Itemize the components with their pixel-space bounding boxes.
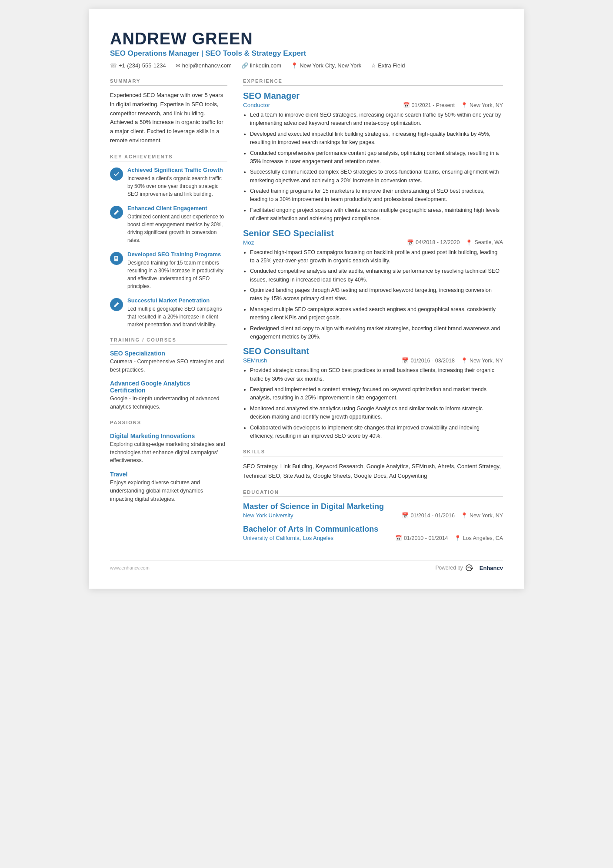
- bullet-1-2: Optimized landing pages through A/B test…: [250, 286, 503, 303]
- skills-text: SEO Strategy, Link Building, Keyword Res…: [243, 462, 503, 481]
- achievement-icon-0: [110, 168, 123, 181]
- edu-location-0: New York, NY: [470, 513, 503, 519]
- training-title-1: Advanced Google Analytics Certification: [110, 380, 227, 394]
- bullet-1-4: Redesigned client ad copy to align with …: [250, 325, 503, 342]
- job-location-1: Seattle, WA: [474, 239, 503, 245]
- job-company-1: Moz: [243, 239, 254, 246]
- phone-icon: ☏: [110, 62, 117, 69]
- achievement-item-0: Achieved Significant Traffic Growth Incr…: [110, 167, 227, 198]
- job-title-2: SEO Consultant: [243, 346, 503, 356]
- job-meta-1: 📅 04/2018 - 12/2020 📍 Seattle, WA: [407, 239, 503, 246]
- job-location-2: New York, NY: [470, 358, 503, 364]
- contact-location: 📍 New York City, New York: [291, 62, 361, 69]
- edu-school-1: University of California, Los Angeles: [243, 535, 333, 541]
- achievement-desc-1: Optimized content and user experience to…: [127, 213, 227, 244]
- achievement-item-1: Enhanced Client Engagement Optimized con…: [110, 205, 227, 244]
- skills-section-title: SKILLS: [243, 449, 503, 456]
- achievement-icon-3: [110, 298, 123, 311]
- training-desc-1: Google - In-depth understanding of advan…: [110, 395, 227, 411]
- edu-degree-0: Master of Science in Digital Marketing: [243, 502, 503, 511]
- check-icon: [113, 171, 120, 177]
- edu-date-0: 01/2014 - 01/2016: [410, 513, 454, 519]
- contact-linkedin: 🔗 linkedin.com: [241, 62, 281, 69]
- job-date-2: 01/2016 - 03/2018: [410, 358, 454, 364]
- job-location-0: New York, NY: [470, 102, 503, 108]
- bullet-0-5: Facilitated ongoing project scopes with …: [250, 206, 503, 223]
- passion-item-0: Digital Marketing Innovations Exploring …: [110, 432, 227, 465]
- summary-section-title: SUMMARY: [110, 78, 227, 86]
- main-layout: SUMMARY Experienced SEO Manager with ove…: [110, 78, 503, 547]
- training-desc-0: Coursera - Comprehensive SEO strategies …: [110, 358, 227, 374]
- experience-section-title: EXPERIENCE: [243, 78, 503, 86]
- job-company-row-1: Moz 📅 04/2018 - 12/2020 📍 Seattle, WA: [243, 239, 503, 246]
- training-item-0: SEO Specialization Coursera - Comprehens…: [110, 350, 227, 374]
- location-icon-1: 📍: [466, 239, 473, 246]
- bullet-2-2: Monitored and analyzed site analytics us…: [250, 405, 503, 422]
- job-title-1: Senior SEO Specialist: [243, 228, 503, 238]
- bullet-0-0: Led a team to improve client SEO strateg…: [250, 111, 503, 128]
- bullet-2-1: Designed and implemented a content strat…: [250, 385, 503, 402]
- contact-email: ✉ help@enhancv.com: [176, 62, 232, 69]
- passion-title-1: Travel: [110, 471, 227, 478]
- edu-item-1: Bachelor of Arts in Communications Unive…: [243, 525, 503, 541]
- achievements-section-title: KEY ACHIEVEMENTS: [110, 154, 227, 161]
- calendar-icon-2: 📅: [402, 357, 409, 364]
- edu-calendar-icon-1: 📅: [395, 535, 402, 541]
- link-icon: 🔗: [241, 62, 248, 69]
- location-icon-0: 📍: [461, 102, 468, 108]
- edu-calendar-icon-0: 📅: [402, 512, 409, 519]
- edu-location-icon-0: 📍: [461, 512, 468, 519]
- job-0: SEO Manager Conductor 📅 01/2021 - Presen…: [243, 91, 503, 223]
- training-item-1: Advanced Google Analytics Certification …: [110, 380, 227, 411]
- left-column: SUMMARY Experienced SEO Manager with ove…: [110, 78, 227, 547]
- edu-item-0: Master of Science in Digital Marketing N…: [243, 502, 503, 519]
- location-icon-2: 📍: [461, 357, 468, 364]
- brand-name: Enhancv: [480, 565, 503, 571]
- achievement-desc-2: Designed training for 15 team members re…: [127, 259, 227, 290]
- achievement-desc-0: Increased a client's organic search traf…: [127, 174, 227, 198]
- training-title-0: SEO Specialization: [110, 350, 227, 357]
- job-date-0: 01/2021 - Present: [412, 102, 455, 108]
- contact-bar: ☏ +1-(234)-555-1234 ✉ help@enhancv.com 🔗…: [110, 62, 503, 69]
- contact-extra: ☆ Extra Field: [371, 62, 405, 69]
- job-bullets-0: Led a team to improve client SEO strateg…: [250, 111, 503, 223]
- passion-title-0: Digital Marketing Innovations: [110, 432, 227, 439]
- job-title-0: SEO Manager: [243, 91, 503, 101]
- footer-brand: Powered by Enhancv: [435, 564, 503, 571]
- passion-desc-0: Exploring cutting-edge marketing strateg…: [110, 440, 227, 465]
- resume-page: ANDREW GREEN SEO Operations Manager | SE…: [89, 9, 524, 589]
- calendar-icon-1: 📅: [407, 239, 414, 246]
- bullet-2-3: Collaborated with developers to implemen…: [250, 424, 503, 441]
- candidate-name: ANDREW GREEN: [110, 30, 503, 48]
- achievement-desc-3: Led multiple geographic SEO campaigns th…: [127, 305, 227, 328]
- edu-row-1: University of California, Los Angeles 📅 …: [243, 535, 503, 541]
- right-column: EXPERIENCE SEO Manager Conductor 📅 01/20…: [243, 78, 503, 547]
- book-icon: [113, 255, 120, 261]
- pencil-icon: [113, 209, 120, 215]
- bullet-1-3: Managed multiple SEO campaigns across va…: [250, 305, 503, 322]
- achievement-icon-2: [110, 252, 123, 265]
- edu-school-0: New York University: [243, 512, 293, 519]
- bullet-2-0: Provided strategic consulting on SEO bes…: [250, 366, 503, 383]
- achievement-title-0: Achieved Significant Traffic Growth: [127, 167, 227, 173]
- bullet-0-1: Developed and executed impactful link bu…: [250, 130, 503, 147]
- achievement-item-3: Successful Market Penetration Led multip…: [110, 297, 227, 328]
- training-section-title: TRAINING / COURSES: [110, 337, 227, 345]
- achievement-icon-1: [110, 206, 123, 219]
- bullet-1-1: Conducted competitive analysis and site …: [250, 267, 503, 284]
- enhancv-logo: Enhancv: [466, 564, 503, 571]
- job-bullets-1: Executed high-impact SEO campaigns focus…: [250, 248, 503, 342]
- edu-location-icon-1: 📍: [454, 535, 461, 541]
- bullet-1-0: Executed high-impact SEO campaigns focus…: [250, 248, 503, 265]
- job-company-0: Conductor: [243, 102, 270, 108]
- achievement-title-3: Successful Market Penetration: [127, 297, 227, 304]
- footer: www.enhancv.com Powered by Enhancv: [110, 560, 503, 571]
- job-meta-0: 📅 01/2021 - Present 📍 New York, NY: [403, 102, 503, 108]
- passions-section-title: PASSIONS: [110, 420, 227, 427]
- pencil2-icon: [113, 302, 120, 308]
- edu-location-1: Los Angeles, CA: [463, 535, 503, 541]
- enhancv-logo-icon: [466, 564, 478, 571]
- job-company-row-2: SEMrush 📅 01/2016 - 03/2018 📍 New York, …: [243, 357, 503, 364]
- summary-text: Experienced SEO Manager with over 5 year…: [110, 91, 227, 145]
- header: ANDREW GREEN SEO Operations Manager | SE…: [110, 30, 503, 69]
